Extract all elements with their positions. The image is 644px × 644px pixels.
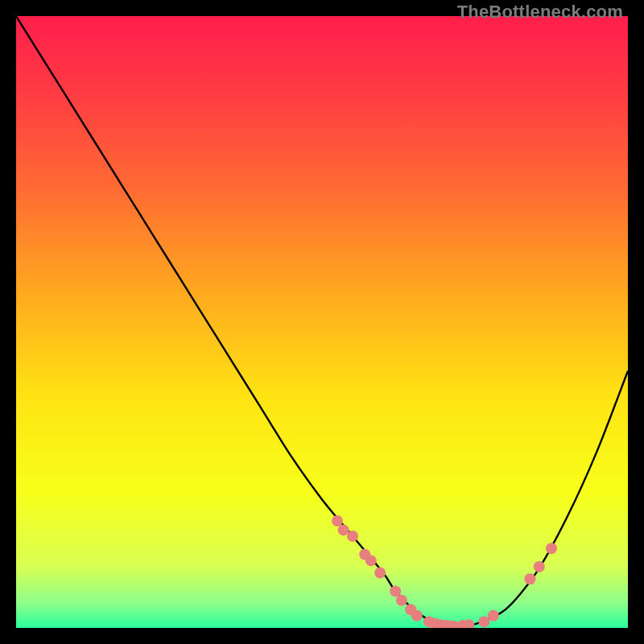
data-marker [332, 515, 343, 526]
data-marker [411, 610, 423, 621]
data-marker [374, 568, 386, 579]
data-marker [338, 524, 349, 535]
bottleneck-chart [16, 16, 628, 628]
data-marker [546, 543, 557, 554]
data-marker [488, 610, 499, 621]
chart-frame [16, 16, 628, 628]
data-marker [390, 585, 401, 597]
data-marker [524, 573, 535, 584]
data-marker [478, 616, 489, 627]
data-marker [396, 595, 407, 606]
data-marker [365, 555, 377, 566]
watermark-text: TheBottleneck.com [457, 2, 623, 23]
data-marker [347, 530, 358, 542]
data-marker [534, 561, 545, 572]
chart-gradient-bg [16, 16, 628, 628]
